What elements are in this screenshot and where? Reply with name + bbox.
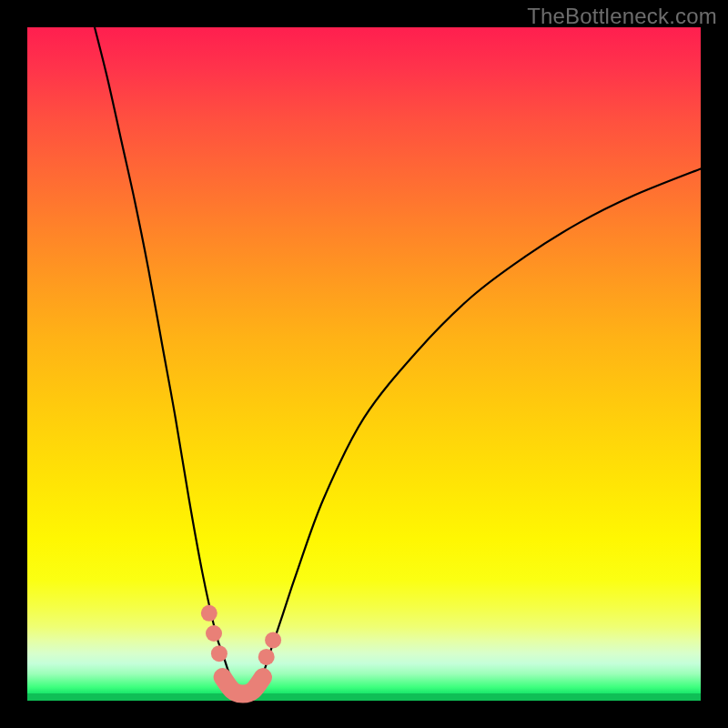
curve-marker xyxy=(206,625,222,642)
chart-frame: TheBottleneck.com xyxy=(0,0,728,728)
curve-marker xyxy=(211,645,228,662)
plot-area xyxy=(27,27,701,701)
chart-svg xyxy=(27,27,701,701)
curve-marker xyxy=(258,649,275,665)
watermark-text: TheBottleneck.com xyxy=(527,4,717,29)
curve-marker xyxy=(265,632,281,648)
curve-line xyxy=(95,27,701,695)
valley-highlight xyxy=(223,677,263,694)
curve-markers xyxy=(201,605,281,665)
curve-marker xyxy=(201,605,217,622)
